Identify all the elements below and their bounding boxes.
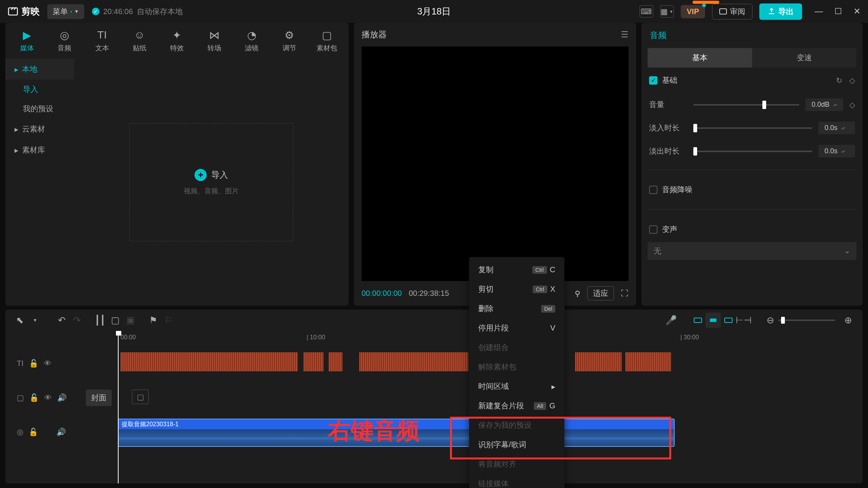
cover-badge[interactable]: 封面 xyxy=(86,390,112,406)
import-dropzone[interactable]: + 导入 视频、音频、图片 xyxy=(129,123,293,241)
tab-pack[interactable]: ▢素材包 xyxy=(308,27,346,55)
close-icon[interactable]: ✕ xyxy=(854,6,860,16)
tool-dropdown[interactable]: ▼ xyxy=(27,313,43,328)
voicechange-checkbox[interactable] xyxy=(649,225,657,234)
link-icon[interactable] xyxy=(721,313,736,328)
menu-delete[interactable]: 删除Del xyxy=(469,299,564,318)
ruler-mark: | 30:00 xyxy=(680,334,699,341)
tab-basic[interactable]: 基本 xyxy=(648,48,752,67)
fadein-slider[interactable] xyxy=(693,127,812,129)
marker-out-icon[interactable]: ⚐ xyxy=(161,313,176,328)
tab-transition[interactable]: ⋈转场 xyxy=(196,27,233,55)
export-label: 导出 xyxy=(778,6,794,17)
tab-adjust[interactable]: ⚙调节 xyxy=(271,27,308,55)
volume-value[interactable]: 0.0dB▴▾ xyxy=(805,98,843,111)
cursor-tool[interactable]: ⬉ xyxy=(12,313,27,328)
menu-button[interactable]: 菜单 ● ▼ xyxy=(47,4,84,19)
keyboard-icon[interactable]: ⌨ xyxy=(640,5,653,18)
text-track-header: TI 🔓 👁 xyxy=(5,346,82,380)
lock-icon[interactable]: 🔓 xyxy=(29,359,39,368)
menu-disable[interactable]: 停用片段V xyxy=(469,318,564,338)
player-canvas[interactable] xyxy=(362,47,628,281)
minimize-icon[interactable]: — xyxy=(815,6,823,16)
text-clip[interactable] xyxy=(625,352,671,371)
volume-slider[interactable] xyxy=(693,104,799,106)
mute-icon[interactable]: 🔊 xyxy=(57,393,67,402)
text-clip[interactable] xyxy=(121,352,298,371)
denoise-checkbox[interactable] xyxy=(649,186,657,194)
audio-track-header: ◎ 🔓 🔊 xyxy=(5,415,82,449)
delete-icon[interactable]: ▢ xyxy=(108,313,123,328)
text-clip[interactable] xyxy=(304,352,323,371)
tab-text[interactable]: TI文本 xyxy=(83,27,121,55)
maximize-icon[interactable]: ☐ xyxy=(834,6,842,16)
fit-button[interactable]: 适应 xyxy=(587,286,614,300)
lock-icon[interactable]: 🔓 xyxy=(29,393,39,402)
redo-icon[interactable]: ↷ xyxy=(69,313,85,328)
media-icon: ▶ xyxy=(21,29,33,41)
titlebar: 剪映 菜单 ● ▼ ✓ 20:46:06 自动保存本地 3月18日 ⌨ ▦▼ V… xyxy=(0,0,868,23)
preview-icon[interactable]: ⊢⊣ xyxy=(736,313,751,328)
zoom-out-icon[interactable]: ⊖ xyxy=(763,313,778,328)
tab-media[interactable]: ▶媒体 xyxy=(8,27,46,55)
menu-cut[interactable]: 剪切CtrlX xyxy=(469,279,564,299)
menu-compound[interactable]: 新建复合片段AltG xyxy=(469,396,564,416)
tab-speed[interactable]: 变速 xyxy=(752,48,857,67)
mute-icon[interactable]: 🔊 xyxy=(56,427,66,437)
menu-timerange[interactable]: 时间区域▸ xyxy=(469,377,564,396)
filter-icon: ◔ xyxy=(246,29,258,41)
playhead[interactable] xyxy=(118,331,119,483)
nav-library[interactable]: ▸素材库 xyxy=(5,140,74,161)
layout-icon[interactable]: ▦▼ xyxy=(660,5,674,18)
transition-icon: ⋈ xyxy=(208,29,220,41)
fadeout-value[interactable]: 0.0s▴▾ xyxy=(818,145,855,157)
snap-icon[interactable] xyxy=(706,313,721,328)
nav-presets[interactable]: 我的预设 xyxy=(5,99,74,119)
zoom-in-icon[interactable]: ⊕ xyxy=(841,313,856,328)
tab-sticker[interactable]: ☺贴纸 xyxy=(121,27,158,55)
svg-rect-0 xyxy=(8,8,17,15)
text-clip[interactable] xyxy=(575,352,622,371)
text-clip[interactable] xyxy=(329,352,342,371)
player-menu-icon[interactable]: ☰ xyxy=(621,30,628,40)
vip-button[interactable]: VIP xyxy=(681,5,705,18)
voice-select[interactable]: 无⌄ xyxy=(648,242,857,260)
marker-in-icon[interactable]: ⚑ xyxy=(146,313,161,328)
eye-icon[interactable]: 👁 xyxy=(44,393,52,402)
progress-bar xyxy=(693,1,719,4)
split-icon[interactable]: ┃┃ xyxy=(92,313,108,328)
video-track-icon: ▢ xyxy=(17,393,24,402)
mic-icon[interactable]: 🎤 xyxy=(664,313,679,328)
player-title: 播放器 xyxy=(362,29,387,40)
text-clip[interactable] xyxy=(359,352,468,371)
undo-icon[interactable]: ↶ xyxy=(54,313,69,328)
menu-group: 创建组合 xyxy=(469,338,564,357)
tab-audio[interactable]: ◎音频 xyxy=(46,27,83,55)
lock-icon[interactable]: 🔓 xyxy=(29,427,38,437)
svg-rect-4 xyxy=(725,318,732,323)
zoom-slider[interactable] xyxy=(778,319,835,321)
nav-cloud[interactable]: ▸云素材 xyxy=(5,119,74,140)
nav-import[interactable]: 导入 xyxy=(5,80,74,99)
reset-icon[interactable]: ↻ xyxy=(836,76,842,85)
review-button[interactable]: 审阅 xyxy=(712,4,752,19)
time-current: 00:00:00:00 xyxy=(362,289,402,298)
add-main-clip[interactable]: ▢ xyxy=(132,390,149,404)
export-button[interactable]: 导出 xyxy=(759,3,802,20)
fadein-value[interactable]: 0.0s▴▾ xyxy=(818,122,855,134)
menu-copy[interactable]: 复制CtrlC xyxy=(469,260,564,279)
magnet-icon[interactable] xyxy=(690,313,706,328)
fullscreen-icon[interactable]: ⛶ xyxy=(621,289,628,298)
crop-icon[interactable]: ▣ xyxy=(123,313,138,328)
text-track-icon: TI xyxy=(17,359,24,368)
eye-icon[interactable]: 👁 xyxy=(44,359,51,368)
tab-effect[interactable]: ✦特效 xyxy=(158,27,196,55)
zoom-icon[interactable]: ⚲ xyxy=(575,289,580,298)
keyframe-icon[interactable]: ◇ xyxy=(849,100,855,109)
nav-local[interactable]: ▸本地 xyxy=(5,59,74,80)
keyframe-icon[interactable]: ◇ xyxy=(849,76,855,85)
base-checkbox[interactable]: ✓ xyxy=(649,76,657,85)
tab-filter[interactable]: ◔滤镜 xyxy=(233,27,270,55)
fadeout-slider[interactable] xyxy=(693,151,812,152)
menu-unpack: 解除素材包 xyxy=(469,357,564,377)
